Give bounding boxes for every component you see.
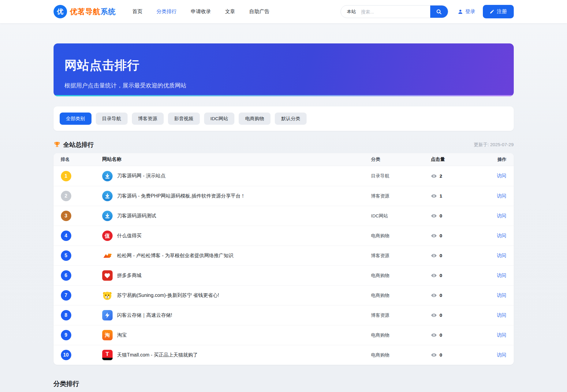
table-row: 1 刀客源码网 - 演示站点 目录导航 2 访问 [54, 166, 514, 186]
register-label: 注册 [497, 8, 507, 15]
filter-chip-idc[interactable]: IDC网站 [204, 113, 235, 125]
lion-icon [102, 290, 112, 301]
pencil-icon [490, 9, 494, 14]
site-name: 刀客源码源码测试 [117, 213, 156, 219]
nav-item-self-ads[interactable]: 自助广告 [249, 8, 270, 15]
nav-item-category-ranking[interactable]: 分类排行 [157, 8, 177, 15]
page-title: 网站点击排行 [65, 57, 503, 74]
site-category: 博客资源 [371, 253, 431, 259]
rank-badge: 4 [61, 231, 71, 241]
table-row: 7 苏宁易购(Suning.com)-换新到苏宁 省钱更省心! 电商购物 0 访… [54, 285, 514, 305]
ranking-table: 排名网站名称分类点击量操作 1 刀客源码网 - 演示站点 目录导航 2 访问 2… [54, 153, 514, 365]
eye-icon [431, 213, 437, 219]
rank-badge: 2 [61, 191, 71, 201]
register-button[interactable]: 注册 [483, 5, 514, 18]
heart-icon [104, 272, 110, 279]
category-filter-bar: 全部类别目录导航博客资源影音视频IDC网站电商购物默认分类 [54, 106, 514, 131]
table-row: 2 刀客源码 - 免费PHP网站源码模板,插件软件资源分享平台！ 博客资源 1 … [54, 186, 514, 206]
site-category: IDC网站 [371, 213, 431, 219]
visit-link[interactable]: 访问 [497, 233, 506, 238]
eye-icon [431, 253, 437, 259]
eye-icon [431, 193, 437, 199]
nav-item-submit-site[interactable]: 申请收录 [191, 8, 211, 15]
page-subtitle: 根据用户点击量统计，展示最受欢迎的优质网站 [65, 82, 503, 90]
site-favicon-songsong-icon [102, 250, 113, 261]
site-favicon-taobao-icon: 淘 [102, 330, 113, 340]
site-category: 电商购物 [371, 293, 431, 298]
nav-item-articles[interactable]: 文章 [225, 8, 235, 15]
rank-badge: 3 [61, 211, 71, 221]
visit-link[interactable]: 访问 [497, 312, 506, 318]
click-count: 0 [440, 332, 442, 338]
rank-badge: 9 [61, 330, 71, 340]
click-count: 2 [440, 173, 442, 179]
visit-link[interactable]: 访问 [497, 352, 506, 357]
eye-icon [431, 272, 437, 279]
column-header: 点击量 [431, 156, 484, 163]
eye-icon [431, 173, 437, 179]
rank-badge: 1 [61, 171, 71, 181]
visit-link[interactable]: 访问 [497, 213, 506, 218]
login-link[interactable]: 登录 [457, 8, 476, 15]
site-logo[interactable]: 优 优茗导航系统 [54, 5, 116, 18]
visit-link[interactable]: 访问 [497, 253, 506, 258]
filter-chip-blog[interactable]: 博客资源 [132, 113, 164, 125]
table-row: 5 松松网 - 卢松松博客 - 为草根创业者提供网络推广知识 博客资源 0 访问 [54, 246, 514, 265]
rank-badge: 6 [61, 270, 71, 281]
trophy-icon [54, 141, 61, 148]
visit-link[interactable]: 访问 [497, 173, 506, 178]
visit-link[interactable]: 访问 [497, 193, 506, 198]
download-icon [104, 193, 111, 199]
site-category: 博客资源 [371, 312, 431, 318]
site-favicon-suning-icon [102, 290, 113, 301]
site-name: 松松网 - 卢松松博客 - 为草根创业者提供网络推广知识 [117, 253, 233, 259]
rank-badge: 7 [61, 290, 71, 301]
filter-chip-default[interactable]: 默认分类 [275, 113, 307, 125]
eye-icon [431, 332, 437, 338]
filter-chip-directory[interactable]: 目录导航 [96, 113, 128, 125]
rank-badge: 10 [61, 350, 71, 360]
filter-chip-all[interactable]: 全部类别 [60, 113, 91, 125]
updated-timestamp: 更新于: 2025-07-29 [474, 142, 513, 148]
eye-icon [431, 352, 437, 358]
search-area: 本站 [341, 5, 448, 18]
logo-badge-icon: 优 [54, 5, 67, 18]
site-name: 刀客源码网 - 演示站点 [117, 173, 166, 179]
category-ranking-title: 分类排行 [54, 379, 514, 388]
visit-link[interactable]: 访问 [497, 273, 506, 278]
search-scope-select[interactable]: 本站 [341, 9, 361, 15]
rank-badge: 5 [61, 250, 71, 261]
click-count: 0 [440, 253, 442, 258]
site-name: 刀客源码 - 免费PHP网站源码模板,插件软件资源分享平台！ [117, 193, 246, 199]
table-row: 6 拼多多商城 电商购物 0 访问 [54, 265, 514, 285]
visit-link[interactable]: 访问 [497, 293, 506, 298]
site-favicon-zhi-icon: 值 [102, 231, 113, 241]
site-favicon-bolt-icon [102, 310, 113, 320]
site-category: 博客资源 [371, 193, 431, 199]
site-favicon-download-icon [102, 211, 113, 221]
site-favicon-pdd-icon [102, 270, 113, 281]
click-count: 0 [440, 233, 442, 239]
table-header: 排名网站名称分类点击量操作 [54, 153, 514, 166]
ranking-rows: 1 刀客源码网 - 演示站点 目录导航 2 访问 2 刀客源码 - 免费PHP网… [54, 166, 514, 365]
nav-item-home[interactable]: 首页 [132, 8, 143, 15]
eye-icon [431, 312, 437, 318]
search-button[interactable] [430, 5, 448, 18]
navbar: 优 优茗导航系统 首页分类排行申请收录文章自助广告 本站 登录 注册 [0, 0, 567, 23]
search-box: 本站 [341, 5, 448, 18]
filter-chip-ecommerce[interactable]: 电商购物 [239, 113, 270, 125]
table-row: 10 T 天猫Tmall.com - 买正品上天猫就购了 电商购物 0 访问 [54, 345, 514, 365]
filter-chip-video[interactable]: 影音视频 [168, 113, 200, 125]
site-name: 淘宝 [117, 332, 127, 338]
site-favicon-download-icon [102, 171, 113, 181]
section-title: 全站总排行 [63, 141, 94, 149]
table-row: 8 闪客云存储｜高速云存储! 博客资源 0 访问 [54, 305, 514, 325]
site-name: 什么值得买 [117, 233, 142, 239]
eye-icon [431, 233, 437, 239]
visit-link[interactable]: 访问 [497, 332, 506, 338]
table-row: 4 值 什么值得买 电商购物 0 访问 [54, 226, 514, 246]
search-input[interactable] [361, 9, 430, 14]
ranking-section-header: 全站总排行 更新于: 2025-07-29 [54, 139, 514, 150]
download-icon [104, 213, 111, 219]
brand-name: 优茗导航系统 [70, 7, 116, 17]
